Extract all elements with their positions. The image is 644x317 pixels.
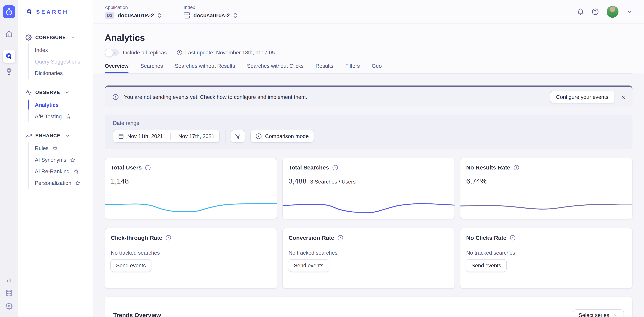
- metric-cards-row-1: Total Users 1,148 Total Searches 3,488 3…: [105, 158, 632, 219]
- info-icon[interactable]: [338, 235, 343, 240]
- send-events-button[interactable]: Send events: [466, 259, 507, 272]
- tab-searches[interactable]: Searches: [140, 63, 163, 73]
- close-icon[interactable]: [620, 94, 626, 100]
- configure-events-button[interactable]: Configure your events: [550, 91, 614, 104]
- empty-state-text: No tracked searches: [283, 250, 454, 256]
- section-label: CONFIGURE: [35, 35, 66, 40]
- metric-cards-row-2: Click-through Rate No tracked searches S…: [105, 228, 632, 289]
- play-circle-icon: [256, 133, 262, 139]
- algolia-logo[interactable]: [3, 6, 16, 18]
- star-icon: [52, 146, 58, 151]
- chevron-down-icon: [64, 90, 70, 95]
- sidebar-item-ab-testing[interactable]: A/B Testing: [29, 111, 93, 122]
- section-header-enhance[interactable]: ENHANCE: [18, 133, 93, 139]
- tab-filters[interactable]: Filters: [345, 63, 360, 73]
- date-end: Nov 17th, 2021: [178, 133, 214, 140]
- card-total-users: Total Users 1,148: [105, 158, 277, 219]
- application-select[interactable]: D2 docusaurus-2: [105, 12, 162, 19]
- rail-bottom-group: [6, 276, 12, 317]
- database-icon[interactable]: [6, 290, 12, 296]
- search-product-icon[interactable]: [3, 50, 16, 63]
- sort-chevrons-icon: [233, 12, 237, 19]
- topbar-right-group: [577, 6, 632, 18]
- info-icon[interactable]: [145, 165, 151, 170]
- index-select[interactable]: docusaurus-2: [184, 12, 237, 19]
- no-results-rate-sparkline: [460, 196, 632, 215]
- recommend-bulb-icon[interactable]: [5, 67, 13, 76]
- chevron-down-icon: [70, 35, 76, 40]
- product-name: SEARCH: [36, 9, 69, 15]
- stopwatch-icon: [5, 8, 13, 16]
- tab-overview[interactable]: Overview: [105, 63, 128, 73]
- page-title: Analytics: [105, 32, 632, 43]
- sidebar-item-ai-synonyms[interactable]: AI Synonyms: [29, 154, 93, 166]
- comparison-mode-button[interactable]: Comparison mode: [250, 130, 314, 142]
- index-selector: Index docusaurus-2: [184, 5, 237, 19]
- sidebar-item-personalization[interactable]: Personalization: [29, 177, 93, 189]
- date-range-button[interactable]: Nov 11th, 2021 Nov 17th, 2021: [113, 130, 220, 142]
- home-icon[interactable]: [6, 30, 12, 37]
- sparkline-baseline: [460, 215, 632, 215]
- toggle-knob: [105, 49, 113, 56]
- chevron-down-icon: [613, 312, 618, 317]
- empty-state-text: No tracked searches: [460, 250, 632, 256]
- tab-results[interactable]: Results: [316, 63, 333, 73]
- last-update: Last update: November 18th, at 17:05: [177, 50, 275, 56]
- info-icon[interactable]: [514, 165, 519, 170]
- bell-icon[interactable]: [577, 8, 584, 15]
- info-icon[interactable]: [510, 235, 516, 240]
- activity-icon: [26, 90, 32, 96]
- index-value: docusaurus-2: [193, 12, 230, 19]
- section-header-observe[interactable]: OBSERVE: [18, 90, 93, 96]
- star-icon: [74, 169, 78, 174]
- metric-value: 6.74%: [466, 177, 487, 185]
- card-no-clicks-rate: No Clicks Rate No tracked searches Send …: [460, 228, 632, 289]
- page-body: You are not sending events yet. Check ho…: [93, 74, 644, 317]
- sidebar-item-analytics[interactable]: Analytics: [29, 99, 93, 111]
- chevron-down-icon[interactable]: [626, 8, 632, 15]
- total-users-sparkline: [105, 196, 277, 215]
- sidebar-item-index[interactable]: Index: [29, 44, 93, 56]
- info-icon[interactable]: [166, 235, 171, 240]
- card-no-results-rate: No Results Rate 6.74%: [460, 158, 632, 219]
- gear-icon: [26, 34, 32, 40]
- sidebar-item-ai-re-ranking[interactable]: AI Re-Ranking: [29, 166, 93, 177]
- sidebar-section-enhance: ENHANCE Rules AI Synonyms AI Re-Ranking …: [18, 133, 93, 189]
- card-total-searches: Total Searches 3,488 3 Searches / Users: [282, 158, 455, 219]
- filter-button[interactable]: [231, 130, 245, 142]
- sidebar-divider: [24, 24, 87, 24]
- topbar: Application D2 docusaurus-2 Index docusa…: [93, 0, 644, 24]
- total-searches-sparkline: [283, 196, 454, 215]
- info-icon[interactable]: [332, 165, 338, 170]
- trending-up-icon: [26, 133, 32, 139]
- sidebar-item-query-suggestions[interactable]: Query Suggestions: [29, 56, 93, 68]
- tab-geo[interactable]: Geo: [372, 63, 382, 73]
- bar-chart-icon[interactable]: [6, 276, 12, 283]
- select-series-button[interactable]: Select series: [573, 310, 624, 317]
- clock-icon: [177, 50, 182, 56]
- sidebar-item-dictionaries[interactable]: Dictionaries: [29, 68, 93, 79]
- application-value: docusaurus-2: [118, 12, 154, 19]
- star-icon: [66, 114, 71, 119]
- gear-icon[interactable]: [6, 303, 12, 310]
- include-replicas-toggle[interactable]: [105, 49, 119, 56]
- card-title: Total Searches: [288, 164, 329, 171]
- card-title: Total Users: [111, 164, 142, 171]
- send-events-button[interactable]: Send events: [110, 259, 152, 272]
- avatar[interactable]: [607, 6, 618, 18]
- card-title: Click-through Rate: [111, 234, 162, 241]
- sidebar-section-configure: CONFIGURE Index Query Suggestions Dictio…: [18, 34, 93, 79]
- app-root: SEARCH CONFIGURE Index Query Suggestions…: [0, 0, 644, 317]
- date-start: Nov 11th, 2021: [127, 133, 163, 140]
- events-banner: You are not sending events yet. Check ho…: [105, 86, 632, 107]
- icon-rail: [0, 0, 18, 317]
- sparkline-baseline: [283, 215, 454, 215]
- sidebar-item-rules[interactable]: Rules: [29, 142, 93, 154]
- info-icon: [112, 94, 119, 100]
- tab-searches-without-clicks[interactable]: Searches without Clicks: [247, 63, 304, 73]
- send-events-button[interactable]: Send events: [288, 259, 329, 272]
- section-header-configure[interactable]: CONFIGURE: [18, 34, 93, 40]
- help-icon[interactable]: [592, 8, 599, 15]
- tab-searches-without-results[interactable]: Searches without Results: [175, 63, 235, 73]
- analytics-tabs: Overview Searches Searches without Resul…: [105, 63, 632, 74]
